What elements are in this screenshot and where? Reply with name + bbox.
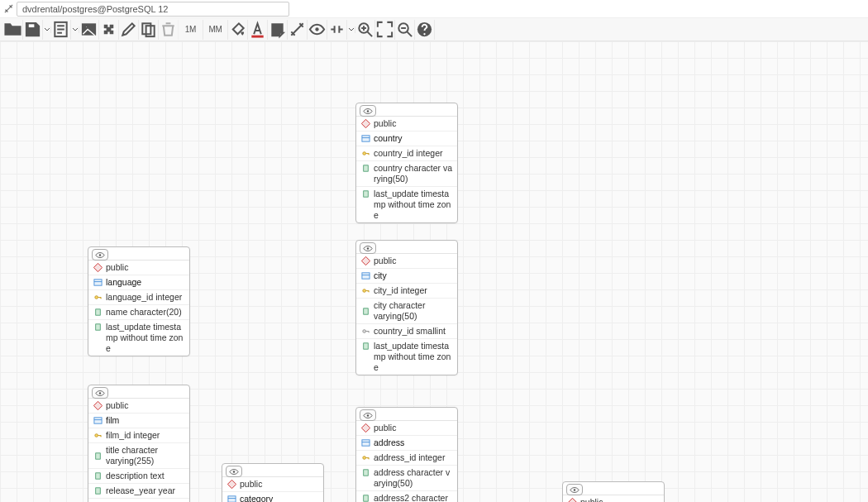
schema-row: public [356, 117, 457, 131]
edit-button[interactable] [119, 20, 139, 40]
schema-icon [360, 119, 370, 129]
column-row: name character(20) [88, 305, 189, 320]
erd-canvas[interactable]: publiclanguagelanguage_id integername ch… [0, 41, 868, 502]
svg-rect-58 [361, 440, 369, 446]
save-button[interactable] [23, 20, 43, 40]
fill-color-button[interactable] [228, 20, 248, 40]
svg-point-12 [423, 33, 425, 35]
column-row: last_update timestamp without time zone [356, 339, 457, 375]
svg-point-3 [85, 26, 88, 28]
column-def: release_year year [106, 485, 185, 496]
auto-layout-button[interactable] [288, 20, 308, 40]
column-def: address character varying(50) [374, 467, 453, 489]
svg-rect-30 [95, 473, 100, 479]
svg-point-56 [367, 414, 369, 416]
schema-icon [360, 423, 370, 433]
svg-rect-55 [363, 342, 368, 348]
table-row: city [356, 269, 457, 284]
table-icon [360, 134, 370, 144]
entity-category[interactable]: publiccategorycategory_id integername ch… [222, 463, 324, 502]
column-def: description text [106, 471, 185, 481]
zoom-fit-button[interactable] [375, 20, 395, 40]
column-def: film_id integer [106, 430, 185, 441]
schema-row: public [88, 261, 189, 275]
toggle-visibility-icon[interactable] [360, 409, 376, 421]
column-row: release_year year [88, 484, 189, 499]
table-name: country [374, 133, 453, 144]
column-icon [93, 308, 103, 318]
column-def: language_id integer [106, 292, 185, 303]
toggle-visibility-icon[interactable] [360, 105, 376, 117]
text-color-button[interactable] [248, 20, 268, 40]
image-export-button[interactable] [79, 20, 99, 40]
column-def: last_update timestamp without time zone [106, 322, 185, 354]
svg-point-17 [99, 254, 101, 256]
entity-film[interactable]: publicfilmfilm_id integertitle character… [88, 385, 190, 502]
table-name: city [374, 270, 453, 281]
open-folder-button[interactable] [3, 20, 23, 40]
column-icon [93, 471, 103, 481]
svg-rect-7 [251, 36, 263, 38]
column-def: address2 character varying(50) [374, 493, 453, 502]
notation-menu-caret[interactable] [347, 26, 355, 33]
schema-row: public [222, 477, 323, 492]
zoom-in-button[interactable] [355, 20, 375, 40]
add-table-button[interactable] [99, 20, 119, 40]
toggle-visibility-icon[interactable] [92, 249, 108, 261]
entity-address[interactable]: publicaddressaddress_id integeraddress c… [355, 407, 458, 502]
visibility-button[interactable] [308, 20, 327, 40]
column-row: country character varying(50) [356, 161, 457, 187]
svg-rect-57 [361, 423, 370, 432]
many-to-many-button[interactable]: MM [203, 20, 228, 40]
notation-button[interactable] [327, 20, 347, 40]
save-menu-caret[interactable] [43, 26, 51, 33]
connection-title-input[interactable] [17, 2, 289, 17]
sql-file-menu-caret[interactable] [71, 26, 79, 33]
entity-country[interactable]: publiccountrycountry_id integercountry c… [355, 103, 458, 223]
toggle-visibility-icon[interactable] [360, 242, 376, 254]
toggle-visibility-icon[interactable] [226, 466, 242, 477]
entity-anotherref[interactable]: publicanotherrefid bigint [562, 481, 665, 502]
schema-icon [93, 401, 103, 411]
entity-city[interactable]: publiccitycity_id integercity character … [355, 240, 458, 375]
column-row: language_id integer [88, 290, 189, 305]
help-button[interactable] [415, 20, 435, 40]
svg-rect-61 [363, 469, 368, 475]
delete-button[interactable] [159, 20, 179, 40]
column-icon [93, 322, 103, 332]
schema-name: public [106, 262, 185, 273]
column-icon [93, 486, 103, 496]
pk-icon [360, 453, 370, 463]
svg-rect-25 [93, 401, 102, 409]
svg-point-24 [99, 392, 101, 394]
column-row: description text [88, 469, 189, 484]
svg-rect-43 [361, 136, 369, 141]
column-icon [360, 163, 370, 173]
svg-point-45 [362, 152, 365, 155]
schema-name: public [240, 479, 319, 490]
sql-file-button[interactable] [51, 20, 71, 40]
svg-rect-47 [363, 190, 368, 196]
toggle-visibility-icon[interactable] [566, 484, 583, 495]
schema-row: public [563, 495, 664, 502]
schema-name: public [374, 256, 453, 266]
entity-language[interactable]: publiclanguagelanguage_id integername ch… [88, 246, 190, 356]
note-button[interactable] [268, 20, 288, 40]
column-icon [360, 341, 370, 351]
column-def: name character(20) [106, 307, 185, 318]
column-def: title character varying(255) [106, 445, 185, 466]
toggle-visibility-icon[interactable] [92, 387, 108, 399]
svg-rect-37 [227, 496, 235, 502]
schema-name: public [106, 400, 185, 411]
svg-rect-18 [93, 263, 102, 271]
schema-icon [567, 498, 577, 503]
column-row: film_id integer [88, 428, 189, 443]
table-icon [227, 495, 236, 503]
zoom-out-button[interactable] [395, 20, 415, 40]
schema-name: public [374, 118, 453, 129]
one-to-many-button[interactable]: 1M [179, 20, 203, 40]
column-icon [360, 189, 370, 198]
column-def: country_id smallint [374, 326, 453, 337]
copy-button[interactable] [139, 20, 159, 40]
table-row: language [88, 275, 189, 290]
